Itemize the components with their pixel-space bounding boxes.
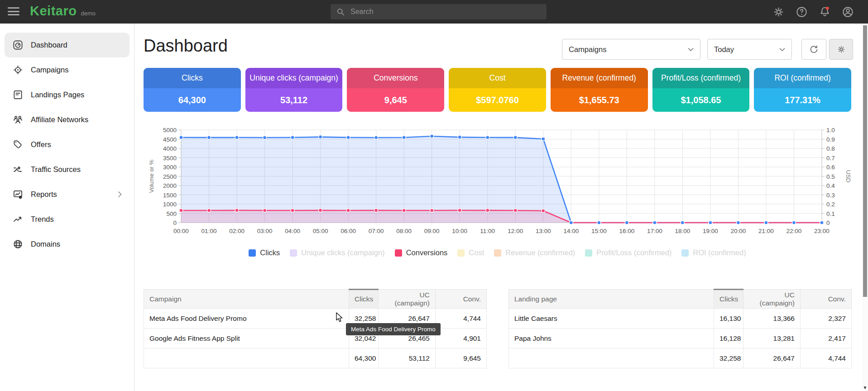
legend-item-revenue-confirmed-[interactable]: Revenue (confirmed) xyxy=(494,248,575,257)
search-input[interactable] xyxy=(350,7,523,16)
row-value-cell: 16,130 xyxy=(714,309,743,329)
daterange-select[interactable]: Today xyxy=(707,39,792,60)
traffic-chart[interactable]: 50001.045000.940000.835000.730000.625000… xyxy=(144,119,851,242)
user-icon[interactable] xyxy=(842,6,854,18)
column-header-uc-campaign-[interactable]: UC (campaign) xyxy=(379,290,436,309)
stat-card-roi-confirmed-[interactable]: ROI (confirmed)177.31% xyxy=(754,68,851,112)
domains-icon xyxy=(13,239,23,249)
stat-card-value: $1,058.65 xyxy=(652,88,750,112)
sidebar-item-landings-pages[interactable]: Landings Pages xyxy=(5,82,129,107)
legend-item-profit-loss-confirmed-[interactable]: Profit/Loss (confirmed) xyxy=(585,248,671,257)
svg-text:00:00: 00:00 xyxy=(173,228,189,234)
column-header-clicks[interactable]: Clicks xyxy=(714,290,743,309)
landing-pages-icon xyxy=(13,90,23,100)
sidebar-item-offers[interactable]: Offers xyxy=(5,132,129,157)
legend-swatch xyxy=(585,249,592,257)
sidebar-item-trends[interactable]: Trends xyxy=(5,207,129,232)
legend-item-clicks[interactable]: Clicks xyxy=(249,248,280,257)
stat-card-value: $1,655.73 xyxy=(551,88,648,112)
menu-toggle-button[interactable] xyxy=(8,7,19,16)
app-logo-badge: demo xyxy=(81,10,96,17)
stat-card-revenue-confirmed-[interactable]: Revenue (confirmed)$1,655.73 xyxy=(551,68,648,112)
row-name-cell[interactable]: Little Caesars xyxy=(509,309,714,329)
grouping-select[interactable]: Campaigns xyxy=(562,39,700,60)
global-search[interactable] xyxy=(331,4,547,19)
legend-item-roi-confirmed-[interactable]: ROI (confirmed) xyxy=(681,248,746,257)
sidebar-item-label: Trends xyxy=(31,215,54,224)
svg-text:4500: 4500 xyxy=(163,136,177,143)
svg-text:21:00: 21:00 xyxy=(758,228,774,234)
column-header-landing-page[interactable]: Landing page xyxy=(509,290,714,309)
svg-text:Volume or %: Volume or % xyxy=(148,159,155,193)
svg-text:5000: 5000 xyxy=(163,127,177,134)
stat-card-unique-clicks-campaign-[interactable]: Unique clicks (campaign)53,112 xyxy=(245,68,343,112)
scrollbar-down-arrow[interactable]: ▼ xyxy=(862,385,868,390)
dashboard-icon xyxy=(13,40,23,50)
bell-icon[interactable] xyxy=(819,6,831,18)
svg-text:0.9: 0.9 xyxy=(826,136,835,143)
scrollbar[interactable]: ▼ xyxy=(862,24,868,391)
table-row[interactable]: Little Caesars16,13013,3662,327 xyxy=(509,309,852,329)
dashboard-settings-button[interactable] xyxy=(829,39,853,60)
stat-card-label: Profit/Loss (confirmed) xyxy=(652,68,750,88)
totals-cell: 4,744 xyxy=(801,348,852,368)
sidebar-item-dashboard[interactable]: Dashboard xyxy=(5,33,129,57)
svg-text:14:00: 14:00 xyxy=(563,228,579,234)
svg-text:4000: 4000 xyxy=(163,145,177,152)
legend-swatch xyxy=(494,249,501,257)
svg-text:0.8: 0.8 xyxy=(826,145,835,152)
row-name-cell[interactable]: Google Ads Fitness App Split xyxy=(144,329,349,348)
page-title: Dashboard xyxy=(144,36,228,56)
sidebar-item-traffic-sources[interactable]: Traffic Sources xyxy=(5,157,129,182)
legend-swatch xyxy=(457,249,465,257)
refresh-button[interactable] xyxy=(801,39,826,60)
svg-text:0: 0 xyxy=(826,219,830,226)
help-icon[interactable] xyxy=(796,6,808,18)
column-header-conv-[interactable]: Conv. xyxy=(436,290,487,309)
svg-text:01:00: 01:00 xyxy=(201,228,217,234)
column-header-conv-[interactable]: Conv. xyxy=(801,290,852,309)
svg-text:500: 500 xyxy=(166,210,177,217)
row-name-cell[interactable]: Meta Ads Food Delivery Promo xyxy=(144,309,349,329)
svg-text:07:00: 07:00 xyxy=(369,228,384,234)
app-logo[interactable]: Keitaro demo xyxy=(30,4,96,19)
scrollbar-thumb[interactable] xyxy=(863,25,867,297)
row-value-cell: 16,128 xyxy=(714,329,743,348)
grouping-select-value: Campaigns xyxy=(569,45,606,54)
chevron-down-icon xyxy=(688,48,694,52)
svg-text:0.3: 0.3 xyxy=(826,192,835,199)
sidebar-item-label: Traffic Sources xyxy=(31,165,81,174)
svg-text:02:00: 02:00 xyxy=(229,228,245,234)
stat-card-label: Revenue (confirmed) xyxy=(551,68,648,88)
offers-icon xyxy=(13,139,23,150)
sidebar-item-campaigns[interactable]: Campaigns xyxy=(5,57,129,82)
legend-item-conversions[interactable]: Conversions xyxy=(395,248,448,257)
column-header-uc-campaign-[interactable]: UC (campaign) xyxy=(743,290,801,309)
sidebar-item-reports[interactable]: Reports xyxy=(5,182,129,207)
stat-card-clicks[interactable]: Clicks64,300 xyxy=(144,68,241,112)
sidebar-item-domains[interactable]: Domains xyxy=(5,232,129,257)
column-header-campaign[interactable]: Campaign xyxy=(144,290,349,309)
affiliate-networks-icon xyxy=(13,114,23,125)
totals-row: 64,30053,1129,645 xyxy=(144,348,487,368)
gear-icon[interactable] xyxy=(772,6,785,18)
svg-text:05:00: 05:00 xyxy=(313,228,328,234)
svg-text:04:00: 04:00 xyxy=(285,228,300,234)
column-header-clicks[interactable]: Clicks xyxy=(349,290,379,309)
row-value-cell: 4,744 xyxy=(436,309,487,329)
row-name-cell[interactable]: Papa Johns xyxy=(509,329,714,348)
stat-card-value: 177.31% xyxy=(754,88,851,112)
legend-item-unique-clicks-campaign-[interactable]: Unique clicks (campaign) xyxy=(290,248,384,257)
svg-text:0.5: 0.5 xyxy=(826,173,835,180)
sidebar: DashboardCampaignsLandings PagesAffiliat… xyxy=(0,24,134,391)
stat-card-profit-loss-confirmed-[interactable]: Profit/Loss (confirmed)$1,058.65 xyxy=(652,68,750,112)
chevron-right-icon xyxy=(118,191,122,198)
row-value-cell: 13,366 xyxy=(743,309,801,329)
legend-item-cost[interactable]: Cost xyxy=(457,248,484,257)
table-row[interactable]: Papa Johns16,12813,2812,417 xyxy=(509,329,852,348)
stat-card-conversions[interactable]: Conversions9,645 xyxy=(347,68,444,112)
totals-cell: 64,300 xyxy=(349,348,379,368)
svg-text:2000: 2000 xyxy=(163,182,177,189)
sidebar-item-affiliate-networks[interactable]: Affiliate Networks xyxy=(5,107,129,132)
stat-card-cost[interactable]: Cost$597.0760 xyxy=(449,68,546,112)
